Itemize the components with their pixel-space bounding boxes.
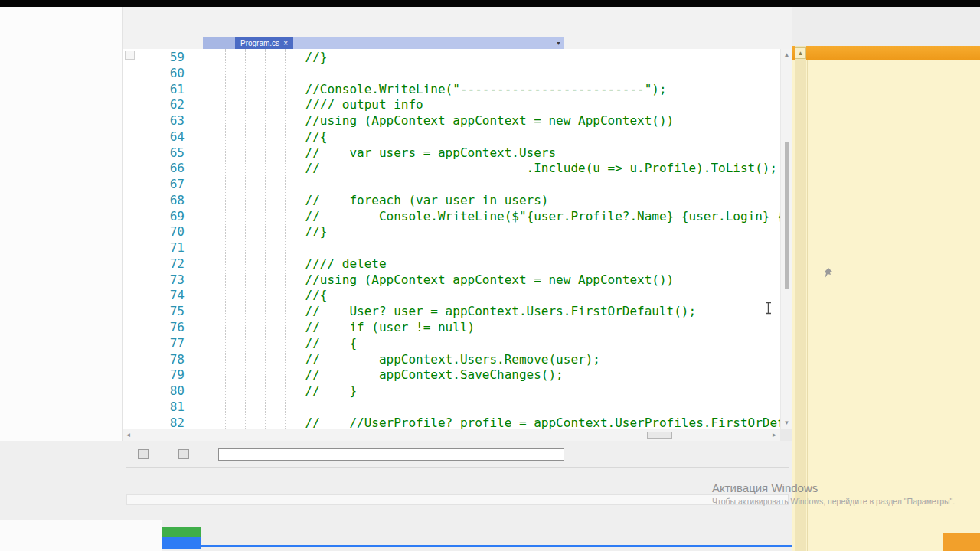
code-row[interactable]: 82 // //UserProfile? profile = appContex…	[122, 416, 780, 429]
code-row[interactable]: 70 //}	[122, 224, 780, 240]
code-row[interactable]: 71	[122, 240, 780, 256]
code-rows: 59 //}6061 //Console.WriteLine("--------…	[122, 50, 780, 429]
windows-activation-watermark: Активация Windows Чтобы активировать Win…	[712, 481, 955, 506]
code-row[interactable]: 73 //using (AppContext appContext = new …	[122, 272, 780, 289]
scroll-right-icon[interactable]: ►	[769, 429, 780, 441]
code-row[interactable]: 75 // User? user = appContext.Users.Firs…	[122, 304, 780, 320]
code-row[interactable]: 62 //// output info	[122, 97, 780, 113]
code-text	[194, 399, 780, 416]
line-number[interactable]: 66	[122, 161, 194, 177]
watermark-title: Активация Windows	[712, 481, 955, 494]
console-output-dashes: ----------------- ----------------- ----…	[137, 481, 466, 492]
code-row[interactable]: 59 //}	[122, 50, 780, 66]
code-text: //using (AppContext appContext = new App…	[194, 113, 780, 129]
console-input[interactable]	[218, 448, 564, 461]
line-number[interactable]: 77	[122, 336, 194, 352]
code-row[interactable]: 77 // {	[122, 336, 780, 352]
line-number[interactable]: 80	[122, 383, 194, 399]
pushpin-icon[interactable]	[822, 267, 833, 282]
code-row[interactable]: 67	[122, 177, 780, 193]
line-number[interactable]: 59	[122, 50, 194, 66]
console-toolbar-icon[interactable]	[178, 449, 189, 459]
code-text: //// output info	[194, 97, 780, 113]
code-row[interactable]: 79 // appContext.SaveChanges();	[122, 367, 780, 383]
code-row[interactable]: 60	[122, 66, 780, 82]
line-number[interactable]: 63	[122, 113, 194, 129]
code-text: //}	[194, 224, 780, 240]
line-number[interactable]: 79	[122, 367, 194, 383]
line-number[interactable]: 75	[122, 304, 194, 320]
console-row	[126, 494, 789, 505]
code-text: //{	[194, 288, 780, 304]
line-number[interactable]: 71	[122, 240, 194, 256]
right-side-panel: ▲	[792, 7, 980, 551]
code-text: // {	[194, 336, 780, 352]
code-row[interactable]: 68 // foreach (var user in users)	[122, 193, 780, 209]
line-number[interactable]: 70	[122, 224, 194, 240]
right-panel-body	[792, 60, 980, 551]
line-number[interactable]: 62	[122, 97, 194, 113]
scroll-up-icon[interactable]: ▲	[795, 47, 806, 59]
tab-overflow-chevron-icon[interactable]: ▼	[556, 41, 564, 46]
line-number[interactable]: 60	[122, 66, 194, 82]
line-number[interactable]: 65	[122, 145, 194, 161]
code-text: // var users = appContext.Users	[194, 145, 780, 161]
code-row[interactable]: 69 // Console.WriteLine($"{user.Profile?…	[122, 209, 780, 225]
tab-leading-segment[interactable]	[203, 37, 235, 49]
tab-close-icon[interactable]: ×	[283, 40, 288, 47]
line-number[interactable]: 67	[122, 177, 194, 193]
orange-corner-block	[943, 533, 980, 551]
code-text: // appContext.SaveChanges();	[194, 367, 780, 383]
scroll-up-icon[interactable]: ▲	[781, 49, 792, 60]
scroll-down-icon[interactable]: ▼	[781, 417, 792, 429]
right-panel-scrollbar[interactable]: ▲	[795, 46, 806, 551]
code-row[interactable]: 74 //{	[122, 288, 780, 304]
line-number[interactable]: 69	[122, 209, 194, 225]
line-number[interactable]: 78	[122, 352, 194, 368]
code-text: //using (AppContext appContext = new App…	[194, 272, 780, 289]
line-number[interactable]: 76	[122, 320, 194, 336]
console-toolbar-icon[interactable]	[138, 449, 149, 459]
scroll-left-icon[interactable]: ◄	[122, 429, 134, 441]
code-text	[194, 240, 780, 256]
code-row[interactable]: 78 // appContext.Users.Remove(user);	[122, 352, 780, 368]
code-row[interactable]: 80 // }	[122, 383, 780, 399]
code-text: // .Include(u => u.Profile).ToList();	[194, 161, 780, 177]
vertical-scrollbar-thumb[interactable]	[785, 142, 789, 289]
code-row[interactable]: 65 // var users = appContext.Users	[122, 145, 780, 161]
code-row[interactable]: 76 // if (user != null)	[122, 320, 780, 336]
horizontal-scrollbar[interactable]: ◄ ►	[122, 429, 780, 441]
line-number[interactable]: 73	[122, 272, 194, 289]
code-editor[interactable]: 59 //}6061 //Console.WriteLine("--------…	[122, 49, 792, 429]
text-cursor-pointer	[764, 302, 773, 318]
code-row[interactable]: 64 //{	[122, 129, 780, 145]
code-text: //Console.WriteLine("-------------------…	[194, 82, 780, 98]
code-text	[194, 66, 780, 82]
line-number[interactable]: 61	[122, 82, 194, 98]
line-number[interactable]: 72	[122, 256, 194, 272]
blue-block	[162, 537, 201, 549]
code-row[interactable]: 72 //// delete	[122, 256, 780, 272]
blue-underline	[201, 545, 792, 547]
left-empty-pane	[0, 7, 122, 441]
line-number[interactable]: 82	[122, 416, 194, 429]
right-panel-header	[792, 46, 980, 60]
line-number[interactable]: 81	[122, 399, 194, 416]
tab-bar: Program.cs × ▼	[203, 37, 564, 49]
vertical-scrollbar[interactable]: ▲ ▼	[780, 49, 792, 429]
green-block	[162, 527, 201, 537]
code-row[interactable]: 63 //using (AppContext appContext = new …	[122, 113, 780, 129]
top-black-bar	[0, 0, 980, 7]
code-row[interactable]: 66 // .Include(u => u.Profile).ToList();	[122, 161, 780, 177]
line-number[interactable]: 68	[122, 193, 194, 209]
tab-program-cs[interactable]: Program.cs ×	[235, 37, 293, 49]
code-row[interactable]: 61 //Console.WriteLine("----------------…	[122, 82, 780, 98]
line-number[interactable]: 64	[122, 129, 194, 145]
divider	[807, 60, 808, 551]
screen: Program.cs × ▼ 59 //}6061 //Console.Writ…	[0, 0, 980, 551]
line-number[interactable]: 74	[122, 288, 194, 304]
code-text: // appContext.Users.Remove(user);	[194, 352, 780, 368]
horizontal-scrollbar-thumb[interactable]	[647, 432, 672, 439]
code-text: // foreach (var user in users)	[194, 193, 780, 209]
code-row[interactable]: 81	[122, 399, 780, 416]
